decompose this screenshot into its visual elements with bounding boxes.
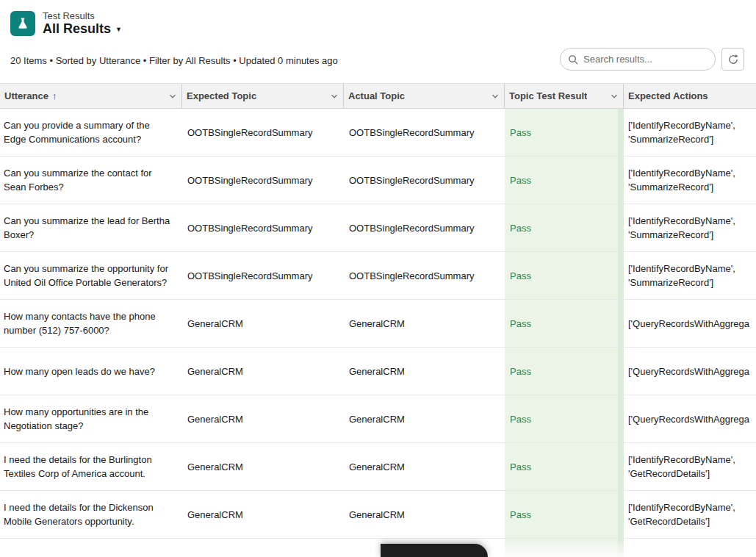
cell-expected-topic: GeneralCRM (182, 348, 344, 395)
cell-expected-topic: OOTBSingleRecordSummary (182, 252, 344, 299)
column-header-expected-topic[interactable]: Expected Topic (182, 84, 344, 108)
view-label: All Results (43, 21, 111, 37)
cell-expected-topic: OOTBSingleRecordSummary (182, 109, 344, 156)
table-row[interactable]: How many open leads do we have? GeneralC… (0, 348, 756, 395)
cell-topic-test-result: Pass (505, 252, 624, 299)
cell-topic-test-result: Pass (505, 443, 624, 490)
cell-expected-actions: ['IdentifyRecordByName', (624, 539, 756, 557)
cell-actual-topic: GeneralCRM (344, 491, 505, 538)
sort-ascending-icon: ↑ (52, 90, 57, 101)
cell-expected-topic: GeneralCRM (182, 443, 344, 490)
cell-expected-topic: GeneralCRM (182, 300, 344, 347)
cell-expected-actions: ['IdentifyRecordByName', 'SummarizeRecor… (624, 252, 756, 299)
column-header-topic-test-result[interactable]: Topic Test Result (505, 84, 624, 108)
cell-expected-actions: ['QueryRecordsWithAggrega (624, 348, 756, 395)
refresh-icon (727, 54, 739, 65)
cell-topic-test-result: Pass (505, 395, 624, 442)
table-row[interactable]: How many opportunities are in the Negoti… (0, 395, 756, 443)
cell-actual-topic: OOTBSingleRecordSummary (344, 109, 505, 156)
cell-expected-actions: ['QueryRecordsWithAggrega (624, 395, 756, 442)
cell-actual-topic: GeneralCRM (344, 443, 505, 490)
docked-panel[interactable] (381, 544, 488, 557)
cell-expected-topic: OOTBSingleRecordSummary (182, 157, 344, 204)
column-label: Expected Actions (628, 90, 708, 101)
cell-utterance: Can you provide a summary of the Edge Co… (0, 109, 182, 156)
search-input[interactable] (561, 48, 715, 70)
search-icon (568, 54, 579, 65)
search-box (560, 48, 716, 71)
flask-icon (16, 17, 29, 30)
column-label: Utterance (4, 90, 48, 101)
table-row[interactable]: Can you summarize the lead for Bertha Bo… (0, 204, 756, 252)
table-body: Can you provide a summary of the Edge Co… (0, 109, 756, 557)
list-summary: 20 Items • Sorted by Utterance • Filter … (10, 55, 338, 66)
cell-topic-test-result: Pass (505, 300, 624, 347)
refresh-button[interactable] (721, 48, 744, 71)
cell-expected-topic: OOTBSingleRecordSummary (182, 204, 344, 251)
table-row[interactable]: Can you provide a summary of the Edge Co… (0, 109, 756, 157)
chevron-down-icon[interactable] (329, 91, 339, 101)
table-row[interactable]: I need the details for the Dickenson Mob… (0, 491, 756, 539)
test-results-page: Test Results All Results ▼ 20 Items • So… (0, 0, 756, 557)
cell-topic-test-result: Pass (505, 204, 624, 251)
column-label: Expected Topic (187, 90, 256, 101)
cell-topic-test-result: Pass (505, 109, 624, 156)
table-row[interactable]: I need the details for the Burlington Te… (0, 443, 756, 491)
column-header-actual-topic[interactable]: Actual Topic (344, 84, 505, 108)
caret-down-icon: ▼ (115, 26, 122, 33)
cell-expected-topic (182, 539, 344, 557)
cell-utterance: I need the details for the Dickenson Mob… (0, 491, 182, 538)
cell-utterance: Can you summarize the opportunity for Un… (0, 252, 182, 299)
cell-utterance: How many open leads do we have? (0, 348, 182, 395)
cell-expected-actions: ['IdentifyRecordByName', 'GetRecordDetai… (624, 443, 756, 490)
cell-actual-topic: OOTBSingleRecordSummary (344, 157, 505, 204)
list-view-selector[interactable]: All Results ▼ (43, 21, 122, 37)
cell-topic-test-result (505, 539, 624, 557)
table-row[interactable]: Can you summarize the opportunity for Un… (0, 252, 756, 300)
chevron-down-icon[interactable] (168, 91, 178, 101)
cell-expected-actions: ['IdentifyRecordByName', 'GetRecordDetai… (624, 491, 756, 538)
cell-utterance: How many contacts have the phone number … (0, 300, 182, 347)
cell-expected-actions: ['IdentifyRecordByName', 'SummarizeRecor… (624, 204, 756, 251)
page-header: Test Results All Results ▼ (0, 0, 756, 44)
cell-topic-test-result: Pass (505, 157, 624, 204)
table-row[interactable]: Can you summarize the contact for Sean F… (0, 157, 756, 204)
cell-actual-topic: GeneralCRM (344, 348, 505, 395)
cell-utterance: I need the details for the Burlington Te… (0, 443, 182, 490)
column-header-utterance[interactable]: Utterance ↑ (0, 84, 182, 108)
cell-expected-actions: ['IdentifyRecordByName', 'SummarizeRecor… (624, 109, 756, 156)
test-results-object-icon (10, 11, 35, 36)
list-info-bar: 20 Items • Sorted by Utterance • Filter … (0, 44, 756, 83)
cell-utterance: Can you summarize the lead for Bertha Bo… (0, 204, 182, 251)
title-block: Test Results All Results ▼ (43, 10, 122, 37)
column-label: Actual Topic (348, 90, 405, 101)
cell-utterance: Can you summarize the contact for Sean F… (0, 157, 182, 204)
cell-actual-topic: OOTBSingleRecordSummary (344, 204, 505, 251)
table-row[interactable]: I need the details for the lead Phyllis … (0, 539, 756, 557)
table-row[interactable]: How many contacts have the phone number … (0, 300, 756, 348)
cell-expected-topic: GeneralCRM (182, 491, 344, 538)
cell-utterance: How many opportunities are in the Negoti… (0, 395, 182, 442)
chevron-down-icon[interactable] (609, 91, 619, 101)
cell-actual-topic: GeneralCRM (344, 395, 505, 442)
object-label: Test Results (43, 10, 122, 21)
cell-utterance: I need the details for the lead Phyllis (0, 539, 182, 557)
results-table: Utterance ↑ Expected Topic Actual Topic (0, 83, 756, 557)
cell-expected-actions: ['QueryRecordsWithAggrega (624, 300, 756, 347)
list-controls (560, 48, 744, 71)
cell-expected-actions: ['IdentifyRecordByName', 'SummarizeRecor… (624, 157, 756, 204)
cell-actual-topic: GeneralCRM (344, 300, 505, 347)
table-header-row: Utterance ↑ Expected Topic Actual Topic (0, 83, 756, 109)
cell-actual-topic: OOTBSingleRecordSummary (344, 252, 505, 299)
chevron-down-icon[interactable] (490, 91, 500, 101)
cell-expected-topic: GeneralCRM (182, 395, 344, 442)
cell-topic-test-result: Pass (505, 348, 624, 395)
column-header-expected-actions[interactable]: Expected Actions (624, 84, 756, 108)
cell-topic-test-result: Pass (505, 491, 624, 538)
column-label: Topic Test Result (509, 90, 587, 101)
